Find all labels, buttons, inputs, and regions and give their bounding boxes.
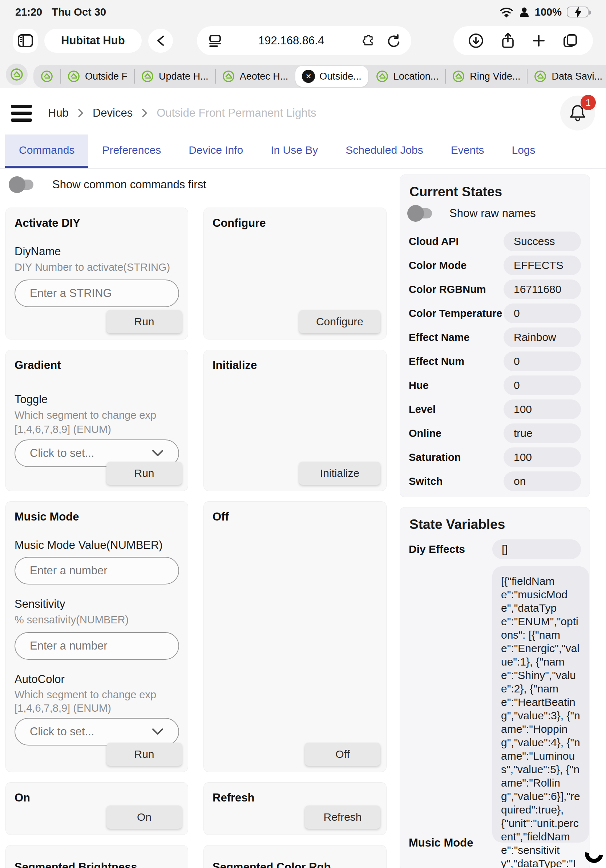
configure-button[interactable]: Configure: [299, 310, 380, 333]
browser-tab[interactable]: Data Savi...: [527, 65, 606, 88]
state-variable-label: Music Mode: [409, 836, 473, 849]
browser-tab[interactable]: Update H...: [134, 65, 215, 88]
refresh-button[interactable]: Refresh: [305, 806, 380, 829]
tab-device-info[interactable]: Device Info: [175, 135, 257, 168]
browser-tab-active[interactable]: ✕ Outside...: [295, 66, 368, 87]
tab-in-use-by[interactable]: In Use By: [257, 135, 332, 168]
tab-strip: Outside F Update H... Aeotec H... ✕ Outs…: [0, 61, 606, 88]
chevron-right-icon: [141, 108, 148, 118]
reload-icon[interactable]: [386, 33, 400, 48]
field-hint: Which segment to change exp [1,4,6,7,8,9…: [14, 688, 179, 715]
command-card-activate-diy: Activate DIY DiyName DIY Number to activ…: [5, 208, 188, 339]
state-row: Effect Num0: [409, 349, 581, 373]
state-value: 100: [504, 400, 581, 419]
state-value: 0: [504, 375, 581, 395]
state-value: EFFECTS: [504, 256, 581, 275]
tab-overview-icon[interactable]: [563, 33, 578, 49]
sensitivity-input[interactable]: Enter a number: [14, 632, 179, 660]
browser-tab[interactable]: Outside F: [60, 65, 134, 88]
command-card-segmented-brightness: Segmented Brightness: [5, 845, 188, 868]
close-tab-icon[interactable]: ✕: [302, 70, 315, 83]
breadcrumb-devices[interactable]: Devices: [93, 107, 133, 119]
tab-scheduled-jobs[interactable]: Scheduled Jobs: [332, 135, 437, 168]
new-tab-icon[interactable]: [532, 34, 546, 48]
card-title: Refresh: [213, 791, 377, 804]
tab-label: Location...: [393, 71, 439, 82]
tab-label: Update H...: [159, 71, 209, 82]
common-commands-toggle[interactable]: [11, 180, 33, 190]
raw-names-toggle-label: Show raw names: [450, 207, 536, 220]
raw-names-toggle[interactable]: [410, 208, 432, 219]
menu-icon[interactable]: [11, 105, 32, 122]
url-text[interactable]: 192.168.86.4: [223, 34, 360, 47]
status-time: 21:20: [15, 6, 42, 18]
downloads-icon[interactable]: [468, 33, 484, 49]
state-variables-panel: State Variables Diy Effects [] [{"fieldN…: [400, 507, 590, 868]
initialize-button[interactable]: Initialize: [299, 462, 380, 485]
notifications-button[interactable]: 1: [560, 96, 595, 130]
state-value: 0: [504, 304, 581, 323]
notification-badge: 1: [581, 95, 596, 110]
tab-preferences[interactable]: Preferences: [88, 135, 175, 168]
tab-label: Outside F: [85, 71, 128, 82]
chevron-right-icon: [77, 108, 84, 118]
tab-label: Data Savi...: [552, 71, 602, 82]
states-column: Current States Show raw names Cloud APIS…: [400, 175, 590, 868]
window-title[interactable]: Hubitat Hub: [44, 29, 142, 53]
run-button[interactable]: Run: [107, 462, 182, 485]
sidebar-toggle-button[interactable]: [13, 29, 38, 53]
field-label: DiyName: [14, 245, 179, 258]
music-mode-value-input[interactable]: Enter a number: [14, 557, 179, 584]
tab-events[interactable]: Events: [437, 135, 498, 168]
pinned-tab[interactable]: [6, 64, 28, 85]
wifi-icon: [499, 6, 514, 17]
music-mode-state-value: [{"fieldName":"musicMode","dataType":"EN…: [492, 566, 589, 843]
browser-tab[interactable]: Aeotec H...: [215, 65, 295, 88]
command-card-music-mode: Music Mode Music Mode Value(NUMBER) Ente…: [5, 501, 188, 772]
address-bar[interactable]: 192.168.86.4: [197, 26, 411, 55]
browser-tab-stub[interactable]: [33, 65, 60, 88]
tab-commands[interactable]: Commands: [5, 135, 88, 168]
extensions-icon[interactable]: [360, 33, 376, 48]
state-value: Success: [504, 231, 581, 251]
state-value: on: [504, 471, 581, 491]
breadcrumb-current: Outside Front Permanent Lights: [156, 107, 316, 119]
browser-tab[interactable]: Ring Vide...: [445, 65, 527, 88]
back-button[interactable]: [148, 29, 173, 53]
run-button[interactable]: Run: [107, 742, 182, 766]
command-card-refresh: Refresh Refresh: [204, 782, 386, 835]
page-format-icon[interactable]: [208, 33, 223, 48]
field-label: Sensitivity: [14, 598, 179, 611]
browser-chrome: 21:20 Thu Oct 30 100% Hubitat Hub 192.16…: [0, 0, 606, 88]
browser-toolbar: Hubitat Hub 192.168.86.4: [0, 20, 606, 61]
status-bar: 21:20 Thu Oct 30 100%: [0, 0, 606, 20]
card-title: Segmented Color Rgb: [213, 861, 377, 868]
state-row: Hue0: [409, 373, 581, 397]
run-button[interactable]: Run: [107, 310, 182, 333]
state-row: Color ModeEFFECTS: [409, 253, 581, 277]
tab-label: Ring Vide...: [470, 71, 520, 82]
dropdown-value: Click to set...: [30, 725, 94, 738]
commands-column-mid: Configure Configure Initialize Initializ…: [204, 208, 386, 868]
field-label: AutoColor: [14, 673, 179, 686]
diyname-input[interactable]: Enter a STRING: [14, 279, 179, 307]
field-label: Toggle: [14, 393, 179, 406]
breadcrumb-hub[interactable]: Hub: [48, 107, 69, 119]
on-button[interactable]: On: [107, 806, 182, 829]
share-icon[interactable]: [501, 33, 515, 49]
autocolor-segment-dropdown[interactable]: Click to set...: [14, 718, 179, 746]
card-title: Music Mode: [14, 510, 179, 524]
state-value: 0: [504, 352, 581, 371]
off-button[interactable]: Off: [305, 742, 380, 766]
state-row: Switchon: [409, 469, 581, 493]
browser-tab[interactable]: Location...: [369, 65, 445, 88]
card-title: Configure: [213, 217, 377, 230]
state-row: Level100: [409, 397, 581, 421]
state-value: 100: [504, 448, 581, 467]
page-content: Hub Devices Outside Front Permanent Ligh…: [0, 88, 606, 868]
state-value: true: [504, 423, 581, 443]
card-title: Off: [213, 510, 377, 524]
tab-logs[interactable]: Logs: [498, 135, 549, 168]
raw-names-toggle-row: Show raw names: [410, 207, 581, 220]
dropdown-value: Click to set...: [30, 447, 94, 460]
